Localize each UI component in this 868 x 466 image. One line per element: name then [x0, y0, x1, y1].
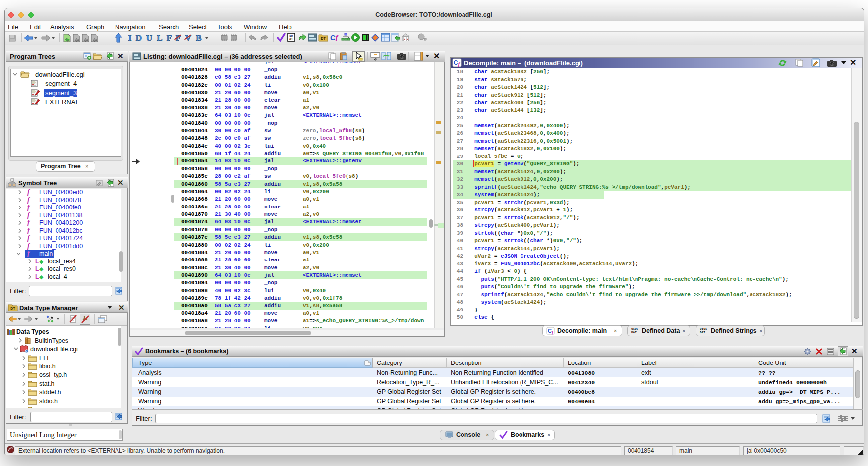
svg-text:01: 01	[289, 38, 293, 41]
svg-text:C: C	[454, 59, 458, 66]
svg-text:DT: DT	[10, 307, 15, 310]
svg-text:C: C	[548, 328, 552, 334]
svg-text:DT: DT	[321, 37, 326, 40]
